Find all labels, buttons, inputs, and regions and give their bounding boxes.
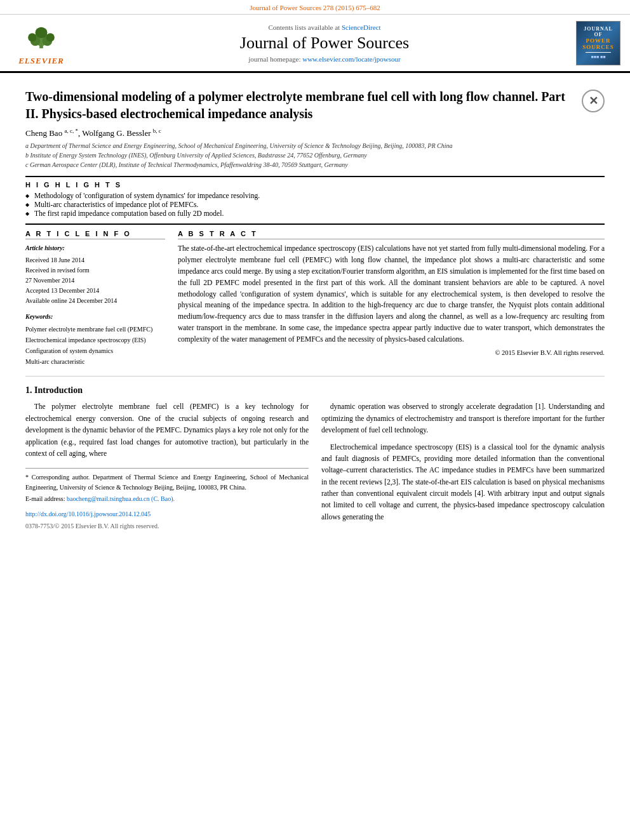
homepage-label: journal homepage: www.elsevier.com/locat… [76,55,573,63]
accepted-date: Accepted 13 December 2014 [25,286,165,296]
copyright-notice: © 2015 Elsevier B.V. All rights reserved… [178,348,605,358]
article-info-column: A R T I C L E I N F O Article history: R… [25,230,165,367]
highlight-item-2: Multi-arc characteristics of impedance p… [25,201,605,208]
keywords-label: Keywords: [25,311,165,322]
elsevier-brand-text: ELSEVIER [18,56,64,66]
body-col-left: The polymer electrolyte membrane fuel ce… [25,401,309,533]
journal-center: Contents lists available at ScienceDirec… [76,23,573,63]
body-columns: The polymer electrolyte membrane fuel ce… [25,401,605,533]
history-label: Article history: [25,243,165,253]
email-link[interactable]: baocheng@mail.tsinghua.edu.cn (C. Bao). [67,495,175,502]
affiliation-b: b Institute of Energy System Technology … [25,150,605,160]
doi-line: http://dx.doi.org/10.1016/j.jpowsour.201… [25,509,309,520]
highlights-section: H I G H L I G H T S Methodology of 'conf… [25,176,605,217]
content-area: ✕ Two-dimensional modeling of a polymer … [0,73,630,539]
svg-point-5 [46,33,55,41]
keyword-4: Multi-arc characteristic [25,356,165,367]
footnote-star: * Corresponding author. Department of Th… [25,472,309,493]
two-col-block: A R T I C L E I N F O Article history: R… [25,223,605,367]
email-line: E-mail address: baocheng@mail.tsinghua.e… [25,494,309,504]
svg-point-4 [28,33,36,41]
article-title-block: ✕ Two-dimensional modeling of a polymer … [25,88,605,123]
science-direct-link[interactable]: ScienceDirect [342,23,381,31]
top-bar: Journal of Power Sources 278 (2015) 675–… [0,0,630,15]
footnotes-block: * Corresponding author. Department of Th… [25,468,309,531]
power-sources-logo: JOURNAL OF POWER SOURCES ■■■ ■■ [576,21,620,65]
revised-date: 27 November 2014 [25,276,165,286]
highlights-title: H I G H L I G H T S [25,181,605,189]
svg-point-6 [36,27,48,37]
body-col-right: dynamic operation was observed to strong… [321,401,605,533]
introduction-section: 1. Introduction The polymer electrolyte … [25,385,605,533]
elsevier-tree-image [13,20,70,55]
intro-para-right-2: Electrochemical impedance spectroscopy (… [321,441,605,523]
journal-citation: Journal of Power Sources 278 (2015) 675–… [250,4,380,11]
intro-para-1: The polymer electrolyte membrane fuel ce… [25,401,309,459]
keyword-3: Configuration of system dynamics [25,345,165,356]
authors-line: Cheng Bao a, c, *, Wolfgang G. Bessler b… [25,128,605,138]
homepage-link[interactable]: www.elsevier.com/locate/jpowsour [302,55,400,63]
highlight-item-3: The first rapid impedance computation ba… [25,210,605,217]
section-divider [25,376,605,377]
journal-header: ELSEVIER Contents lists available at Sci… [0,15,630,73]
contents-label: Contents lists available at ScienceDirec… [76,23,573,31]
received-revised-label: Received in revised form [25,265,165,276]
journal-title: Journal of Power Sources [76,34,573,53]
received-date: Received 18 June 2014 [25,255,165,265]
elsevier-tree-icon [22,25,60,50]
abstract-label: A B S T R A C T [178,230,605,239]
intro-heading: 1. Introduction [25,385,605,396]
elsevier-logo: ELSEVIER [6,20,76,66]
affiliations-block: a Department of Thermal Science and Ener… [25,141,605,170]
article-history-block: Article history: Received 18 June 2014 R… [25,243,165,306]
abstract-text: The state-of-the-art electrochemical imp… [178,243,605,358]
doi-link[interactable]: http://dx.doi.org/10.1016/j.jpowsour.201… [25,510,151,517]
article-title: Two-dimensional modeling of a polymer el… [25,88,605,123]
crossmark-icon: ✕ [582,90,605,112]
affiliation-a: a Department of Thermal Science and Ener… [25,141,605,150]
keyword-2: Electrochemical impedance spectroscopy (… [25,335,165,345]
author1-affiliations: a, c, * [64,128,78,134]
abstract-column: A B S T R A C T The state-of-the-art ele… [178,230,605,367]
issn-line: 0378-7753/© 2015 Elsevier B.V. All right… [25,521,309,531]
keywords-block: Keywords: Polymer electrolyte membrane f… [25,311,165,367]
journal-logo-right: JOURNAL OF POWER SOURCES ■■■ ■■ [573,21,624,65]
affiliation-c: c German Aerospace Center (DLR), Institu… [25,160,605,170]
highlight-item-1: Methodology of 'configuration of system … [25,192,605,199]
article-info-label: A R T I C L E I N F O [25,230,165,239]
intro-para-right-1: dynamic operation was observed to strong… [321,401,605,436]
author2-affiliations: b, c [153,128,161,134]
available-online: Available online 24 December 2014 [25,296,165,306]
crossmark-badge: ✕ [582,90,605,112]
keyword-1: Polymer electrolyte membrane fuel cell (… [25,324,165,335]
